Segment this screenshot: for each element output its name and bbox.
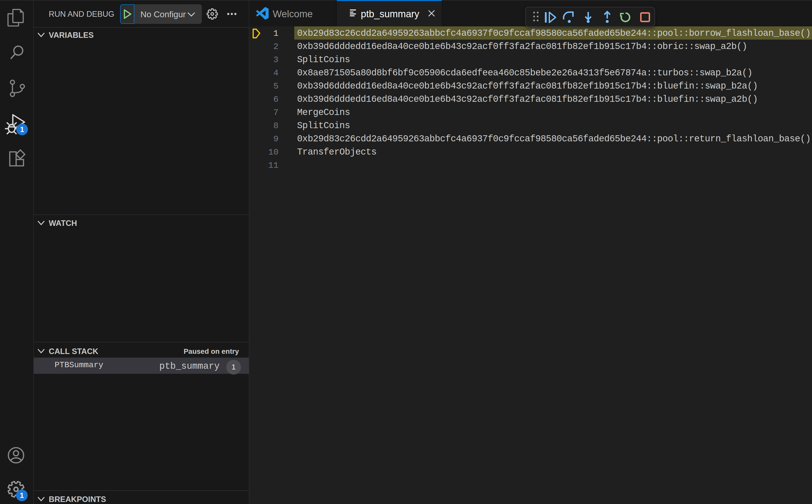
svg-text:1: 1	[20, 125, 24, 133]
svg-text:1: 1	[20, 491, 24, 499]
